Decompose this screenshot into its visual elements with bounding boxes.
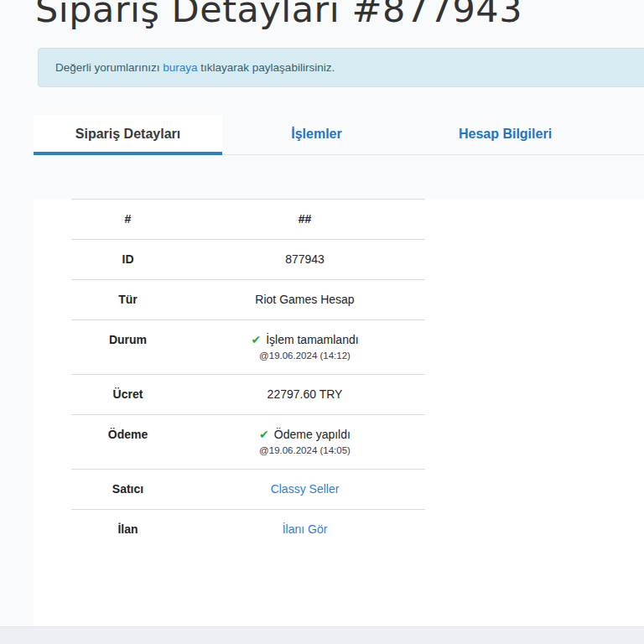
status-date: @19.06.2024 (14:12) [188, 350, 422, 361]
alert-text-before: Değerli yorumlarınızı [55, 61, 163, 74]
page-title: Sıparış Detayları #877943 [35, 0, 644, 30]
row-link[interactable]: İlanı Gör [283, 522, 328, 536]
tab-bar: Sipariş Detayları İşlemler Hesap Bilgile… [34, 115, 644, 155]
page-content: Sıparış Detayları #877943 Değerli yoruml… [34, 0, 644, 641]
table-row: SatıcıClassy Seller [71, 469, 425, 509]
alert-link[interactable]: buraya [163, 61, 197, 74]
tab-siparis-detaylari[interactable]: Sipariş Detayları [34, 115, 222, 155]
row-value: 877943 [184, 240, 425, 279]
row-value: ✔Ödeme yapıldı@19.06.2024 (14:05) [184, 415, 425, 469]
row-label: Ücret [71, 375, 184, 414]
row-label: ID [71, 240, 184, 279]
row-label: Satıcı [71, 470, 184, 509]
row-label: İlan [71, 510, 184, 549]
tab-hesap-bilgileri[interactable]: Hesap Bilgileri [411, 115, 600, 154]
status-text: İşlem tamamlandı [266, 333, 358, 346]
row-label: Durum [71, 320, 184, 374]
row-value: ✔İşlem tamamlandı@19.06.2024 (14:12) [184, 320, 425, 374]
info-alert: Değerli yorumlarınızı buraya tıklayarak … [38, 48, 644, 87]
tab-islemler[interactable]: İşlemler [222, 115, 411, 154]
table-row: İlanİlanı Gör [71, 509, 425, 549]
status-date: @19.06.2024 (14:05) [188, 444, 422, 456]
tab-content-panel: ###ID877943TürRiot Games HesapDurum✔İşle… [34, 199, 644, 641]
row-label: # [71, 200, 184, 239]
row-label: Tür [71, 280, 184, 319]
row-value: ## [184, 200, 425, 239]
row-value: 22797.60 TRY [184, 375, 425, 414]
check-icon: ✔ [259, 428, 269, 441]
check-icon: ✔ [251, 333, 261, 346]
table-row: Ücret22797.60 TRY [71, 374, 425, 414]
footer-bar [0, 626, 644, 644]
row-value: İlanı Gör [184, 510, 425, 549]
table-row: Ödeme✔Ödeme yapıldı@19.06.2024 (14:05) [71, 414, 425, 469]
row-link[interactable]: Classy Seller [271, 482, 340, 496]
table-row: ### [71, 199, 425, 239]
status-text: Ödeme yapıldı [274, 428, 351, 441]
row-value: Classy Seller [184, 470, 425, 509]
alert-text-after: tıklayarak paylaşabilirsiniz. [198, 61, 335, 74]
details-table: ###ID877943TürRiot Games HesapDurum✔İşle… [71, 199, 425, 549]
row-value: Riot Games Hesap [184, 280, 425, 319]
row-label: Ödeme [71, 415, 184, 469]
table-row: ID877943 [71, 239, 425, 279]
table-row: Durum✔İşlem tamamlandı@19.06.2024 (14:12… [71, 319, 425, 374]
table-row: TürRiot Games Hesap [71, 279, 425, 319]
